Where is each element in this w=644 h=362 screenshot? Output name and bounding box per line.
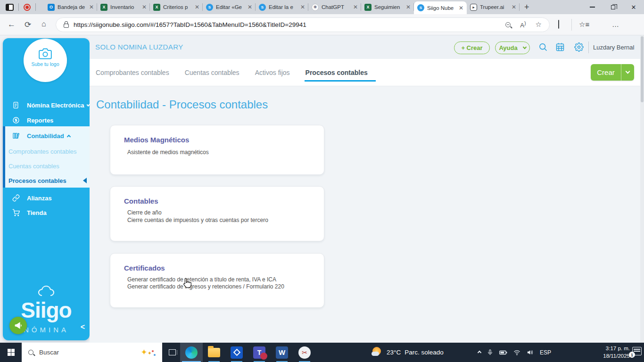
favorite-star-icon[interactable]: ☆	[536, 20, 542, 29]
browser-tab-editar-1[interactable]: SEditar «Ge✕	[203, 0, 256, 14]
close-tab-icon[interactable]: ✕	[300, 4, 305, 10]
browser-tabs: OBandeja de✕ XInventario✕ XCriterios p✕ …	[44, 0, 520, 14]
browser-tab-trupeer[interactable]: ▸Trupeer.ai✕	[467, 0, 520, 14]
tray-expand-icon[interactable]	[478, 350, 481, 354]
tab-cuentas-contables[interactable]: Cuentas contables	[185, 59, 239, 86]
new-tab-button[interactable]: +	[524, 2, 529, 12]
close-tab-icon[interactable]: ✕	[353, 4, 358, 10]
speaker-icon[interactable]	[527, 349, 534, 355]
windows-taskbar: Buscar ✦✦ T W ✂ 23°C Parc. soleado ESP 3…	[0, 343, 644, 362]
tab-activos-fijos[interactable]: Activos fijos	[255, 59, 290, 86]
refresh-icon[interactable]: ⟳	[25, 20, 31, 30]
crear-split-button[interactable]: Crear	[591, 64, 634, 81]
collapse-sidebar-button[interactable]: <	[81, 323, 85, 331]
browser-tab-strip: OBandeja de✕ XInventario✕ XCriterios p✕ …	[0, 0, 644, 14]
card-link[interactable]: Cierre de año	[127, 209, 162, 216]
app-header: SOLO NOMINA LUZDARY + Crear Ayuda Luzdar…	[90, 35, 644, 59]
ayuda-button[interactable]: Ayuda	[495, 41, 530, 54]
language-indicator[interactable]: ESP	[540, 349, 551, 356]
close-tab-icon[interactable]: ✕	[142, 4, 147, 10]
crear-dropdown-button[interactable]	[621, 64, 634, 81]
taskbar-app-edge[interactable]	[180, 343, 203, 362]
taskbar-app-snipping-tool[interactable]: ✂	[293, 343, 316, 362]
restore-button[interactable]	[603, 0, 623, 14]
recording-indicator-icon[interactable]	[24, 4, 31, 11]
zoom-out-icon[interactable]	[505, 22, 511, 27]
cloud-icon	[25, 285, 67, 297]
battery-icon[interactable]	[499, 350, 507, 355]
upload-logo-label: Sube tu logo	[32, 61, 59, 67]
tab-procesos-contables[interactable]: Procesos contables	[305, 59, 368, 86]
taskbar-search-input[interactable]: Buscar ✦✦	[22, 343, 162, 362]
card-link[interactable]: Cierre cuentas de impuestos y otras cuen…	[127, 217, 268, 223]
browser-tab-inventario[interactable]: XInventario✕	[97, 0, 150, 14]
notification-badge: 1	[629, 352, 635, 358]
app-sidebar: Sube tu logo Nómina Electrónica Reportes…	[3, 38, 90, 340]
page-scrollbar[interactable]	[640, 35, 644, 343]
notification-center-icon[interactable]: 1	[632, 347, 642, 355]
divider	[571, 19, 572, 31]
taskbar-clock[interactable]: 3:17 p. m. 18/11/2025	[603, 343, 630, 362]
sidebar-item-nomina-electronica[interactable]: Nómina Electrónica	[3, 98, 90, 112]
browser-tab-chatgpt[interactable]: ✳ChatGPT✕	[308, 0, 361, 14]
siigo-icon: S	[259, 4, 266, 11]
upload-logo-button[interactable]: Sube tu logo	[24, 39, 67, 82]
close-tab-icon[interactable]: ✕	[195, 4, 199, 10]
close-tab-icon[interactable]: ✕	[459, 5, 463, 11]
tab-comprobantes-contables[interactable]: Comprobantes contables	[96, 59, 169, 86]
taskbar-app-teams[interactable]: T	[248, 343, 271, 362]
minimize-button[interactable]	[582, 0, 603, 14]
taskbar-app-dynamics[interactable]	[225, 343, 248, 362]
close-window-button[interactable]: ✕	[623, 0, 644, 14]
taskbar-app-word[interactable]: W	[271, 343, 293, 362]
sidebar-item-reportes[interactable]: Reportes	[3, 113, 90, 127]
taskbar-app-explorer[interactable]	[203, 343, 225, 362]
document-icon	[12, 101, 21, 109]
url-input[interactable]: https://siigonube.siigo.com/#/1657?TabID…	[56, 17, 550, 32]
workspaces-icon[interactable]	[6, 4, 14, 11]
card-link[interactable]: Asistente de medios magnéticos	[127, 149, 209, 156]
gear-icon[interactable]	[574, 42, 584, 54]
weather-temp: 23°C	[387, 349, 401, 356]
collections-icon[interactable]: ☆≡	[579, 20, 589, 29]
extensions-icon[interactable]	[558, 20, 559, 28]
taskbar-weather[interactable]: 23°C Parc. soleado	[372, 343, 444, 362]
close-tab-icon[interactable]: ✕	[248, 4, 252, 10]
lock-icon	[64, 24, 69, 28]
close-tab-icon[interactable]: ✕	[512, 4, 516, 10]
read-aloud-icon[interactable]: A)	[520, 20, 526, 29]
calendar-icon[interactable]	[555, 42, 565, 54]
card-link[interactable]: Generar certificado de retención a títul…	[127, 276, 276, 283]
announcements-button[interactable]	[9, 317, 27, 334]
home-icon[interactable]: ⌂	[41, 20, 46, 28]
sidebar-subitem-procesos-contables[interactable]: Procesos contables	[8, 174, 66, 187]
search-icon[interactable]	[538, 42, 548, 54]
task-view-button[interactable]	[164, 343, 180, 362]
windows-logo-icon	[8, 349, 15, 356]
browser-tab-bandeja[interactable]: OBandeja de✕	[44, 0, 97, 14]
card-link[interactable]: Generar certificado de ingresos y retenc…	[127, 283, 284, 290]
card-medios-magneticos: Medios Magnéticos Asistente de medios ma…	[110, 125, 324, 175]
browser-menu-icon[interactable]: …	[612, 20, 619, 28]
sidebar-item-alianzas[interactable]: Alianzas	[3, 191, 90, 205]
browser-tab-siigo-nube-active[interactable]: SSiigo Nube✕	[414, 1, 467, 14]
sidebar-item-tienda[interactable]: Tienda	[3, 206, 90, 220]
browser-tab-editar-2[interactable]: SEditar la e✕	[256, 0, 308, 14]
close-tab-icon[interactable]: ✕	[89, 4, 94, 10]
wifi-icon[interactable]	[513, 350, 520, 355]
browser-tab-seguimiento[interactable]: XSeguimien✕	[361, 0, 414, 14]
scrollbar-thumb[interactable]	[641, 36, 644, 102]
start-button[interactable]	[0, 343, 22, 362]
browser-tab-criterios[interactable]: XCriterios p✕	[150, 0, 203, 14]
close-tab-icon[interactable]: ✕	[406, 4, 411, 10]
microphone-icon[interactable]	[487, 349, 493, 356]
sidebar-subitem-cuentas-contables[interactable]: Cuentas contables	[8, 159, 59, 173]
crear-pill-button[interactable]: + Crear	[454, 41, 490, 54]
back-icon[interactable]: ←	[8, 20, 16, 29]
sidebar-item-contabilidad[interactable]: Contabilidad	[3, 129, 90, 143]
module-tabs-row: Comprobantes contables Cuentas contables…	[90, 59, 644, 86]
sidebar-subitem-comprobantes-contables[interactable]: Comprobantes contables	[8, 145, 77, 158]
folder-icon	[208, 348, 220, 357]
user-menu[interactable]: Luzdary Bernal	[593, 44, 644, 51]
search-highlights-icon[interactable]: ✦✦	[141, 347, 156, 357]
